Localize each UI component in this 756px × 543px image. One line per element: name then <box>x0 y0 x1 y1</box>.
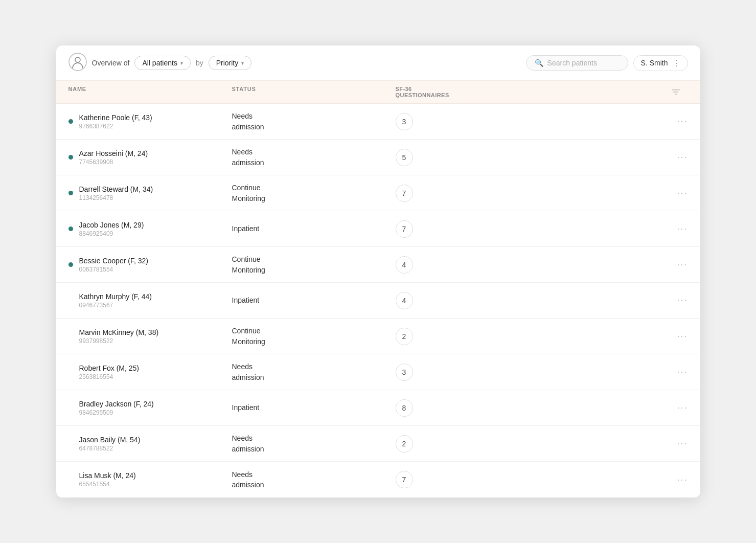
questionnaire-cell: 5 <box>396 149 539 166</box>
table-row: Marvin McKinney (M, 38) 9937998522 Conti… <box>56 319 700 354</box>
patient-phone: 7745639908 <box>79 159 148 166</box>
q-badge: 5 <box>396 149 413 166</box>
table-row: Lisa Musk (M, 24) 655451554 Needsadmissi… <box>56 462 700 497</box>
patient-status: Needsadmission <box>232 111 396 132</box>
by-label: by <box>196 59 203 67</box>
table-row: Darrell Steward (M, 34) 1134256478 Conti… <box>56 175 700 211</box>
status-dot <box>68 262 73 267</box>
svg-rect-2 <box>672 89 680 90</box>
row-more-button[interactable]: ··· <box>663 331 688 342</box>
questionnaire-cell: 7 <box>396 220 539 238</box>
patient-name: Marvin McKinney (M, 38) <box>79 328 159 336</box>
user-menu[interactable]: S. Smith ⋮ <box>633 55 688 71</box>
row-more-button[interactable]: ··· <box>663 295 688 306</box>
patient-phone: 6478788522 <box>79 445 141 452</box>
patient-info: Kathryn Murphy (F, 44) 0946773567 <box>79 292 152 309</box>
search-box[interactable]: 🔍 Search patients <box>526 55 628 71</box>
patient-cell: Darrell Steward (M, 34) 1134256478 <box>68 178 232 209</box>
patient-status: ContinueMonitoring <box>232 254 396 275</box>
patient-info: Bradley Jackson (F, 24) 9846295509 <box>79 400 154 416</box>
q-badge: 2 <box>396 435 413 452</box>
status-dot <box>68 298 73 303</box>
patient-name: Azar Hosseini (M, 24) <box>79 149 148 157</box>
row-more-button[interactable]: ··· <box>663 259 688 270</box>
patient-info: Robert Fox (M, 25) 2563816554 <box>79 364 139 380</box>
row-more-button[interactable]: ··· <box>663 474 688 485</box>
patient-phone: 2563816554 <box>79 373 139 380</box>
patient-cell: Marvin McKinney (M, 38) 9937998522 <box>68 321 232 352</box>
patient-phone: 9846295509 <box>79 409 154 416</box>
table-row: Azar Hosseini (M, 24) 7745639908 Needsad… <box>56 140 700 175</box>
logo-icon <box>68 53 87 73</box>
q-badge: 7 <box>396 185 413 202</box>
patient-cell: Kathryn Murphy (F, 44) 0946773567 <box>68 285 232 316</box>
table-row: Robert Fox (M, 25) 2563816554 Needsadmis… <box>56 354 700 390</box>
patient-name: Katherine Poole (F, 43) <box>79 114 152 122</box>
status-dot <box>68 119 73 124</box>
all-patients-dropdown[interactable]: All patients ▾ <box>134 56 190 70</box>
patient-status: Inpatient <box>232 402 396 413</box>
patient-status: Inpatient <box>232 295 396 305</box>
q-badge: 3 <box>396 364 413 381</box>
more-icon: ⋮ <box>672 58 680 68</box>
patient-cell: Jacob Jones (M, 29) 8846925409 <box>68 214 232 244</box>
patient-info: Marvin McKinney (M, 38) 9937998522 <box>79 328 159 345</box>
header: Overview of All patients ▾ by Priority ▾… <box>56 46 700 81</box>
chevron-down-icon: ▾ <box>180 60 183 66</box>
patient-name: Bessie Cooper (F, 32) <box>79 257 148 265</box>
col-status: STATUS <box>232 86 396 98</box>
patient-info: Lisa Musk (M, 24) 655451554 <box>79 471 136 488</box>
main-window: Overview of All patients ▾ by Priority ▾… <box>56 46 700 497</box>
patient-info: Jason Baily (M, 54) 6478788522 <box>79 436 141 452</box>
chevron-down-icon: ▾ <box>241 60 244 66</box>
patient-cell: Bessie Cooper (F, 32) 0063781554 <box>68 250 232 280</box>
patient-phone: 655451554 <box>79 481 136 488</box>
patient-info: Jacob Jones (M, 29) 8846925409 <box>79 221 144 237</box>
patient-cell: Robert Fox (M, 25) 2563816554 <box>68 357 232 388</box>
table-row: Jacob Jones (M, 29) 8846925409 Inpatient… <box>56 211 700 247</box>
patient-name: Bradley Jackson (F, 24) <box>79 400 154 408</box>
patient-status: Inpatient <box>232 223 396 234</box>
status-dot <box>68 155 73 160</box>
patient-cell: Lisa Musk (M, 24) 655451554 <box>68 464 232 495</box>
table-row: Jason Baily (M, 54) 6478788522 Needsadmi… <box>56 426 700 462</box>
patient-status: Needsadmission <box>232 361 396 382</box>
patient-status: Needsadmission <box>232 433 396 454</box>
patient-name: Robert Fox (M, 25) <box>79 364 139 372</box>
questionnaire-cell: 8 <box>396 399 539 417</box>
row-more-button[interactable]: ··· <box>663 116 688 127</box>
patient-status: Needsadmission <box>232 469 396 490</box>
questionnaire-cell: 3 <box>396 113 539 130</box>
status-dot <box>68 191 73 195</box>
priority-dropdown[interactable]: Priority ▾ <box>209 56 252 70</box>
status-dot <box>68 227 73 231</box>
search-icon: 🔍 <box>535 59 543 67</box>
row-more-button[interactable]: ··· <box>663 152 688 163</box>
status-dot <box>68 441 73 446</box>
questionnaire-cell: 7 <box>396 185 539 202</box>
table-row: Kathryn Murphy (F, 44) 0946773567 Inpati… <box>56 283 700 319</box>
patient-info: Darrell Steward (M, 34) 1134256478 <box>79 185 153 201</box>
q-badge: 4 <box>396 292 413 309</box>
row-more-button[interactable]: ··· <box>663 223 688 234</box>
patient-list: Katherine Poole (F, 43) 9766387622 Needs… <box>56 104 700 497</box>
questionnaire-cell: 7 <box>396 471 539 488</box>
patient-phone: 0063781554 <box>79 266 148 273</box>
svg-rect-3 <box>673 92 678 93</box>
row-more-button[interactable]: ··· <box>663 188 688 198</box>
svg-point-1 <box>75 57 80 62</box>
q-badge: 8 <box>396 399 413 417</box>
row-more-button[interactable]: ··· <box>663 367 688 377</box>
questionnaire-cell: 4 <box>396 292 539 309</box>
q-badge: 7 <box>396 471 413 488</box>
row-more-button[interactable]: ··· <box>663 402 688 413</box>
patient-status: ContinueMonitoring <box>232 326 396 347</box>
q-badge: 4 <box>396 256 413 274</box>
row-more-button[interactable]: ··· <box>663 438 688 449</box>
col-sf36: SF-36QUESTIONNAIRES <box>396 86 539 98</box>
patient-name: Jacob Jones (M, 29) <box>79 221 144 229</box>
filter-icon[interactable] <box>663 86 688 98</box>
patient-phone: 0946773567 <box>79 302 152 309</box>
patient-cell: Azar Hosseini (M, 24) 7745639908 <box>68 142 232 173</box>
patient-phone: 1134256478 <box>79 194 153 201</box>
